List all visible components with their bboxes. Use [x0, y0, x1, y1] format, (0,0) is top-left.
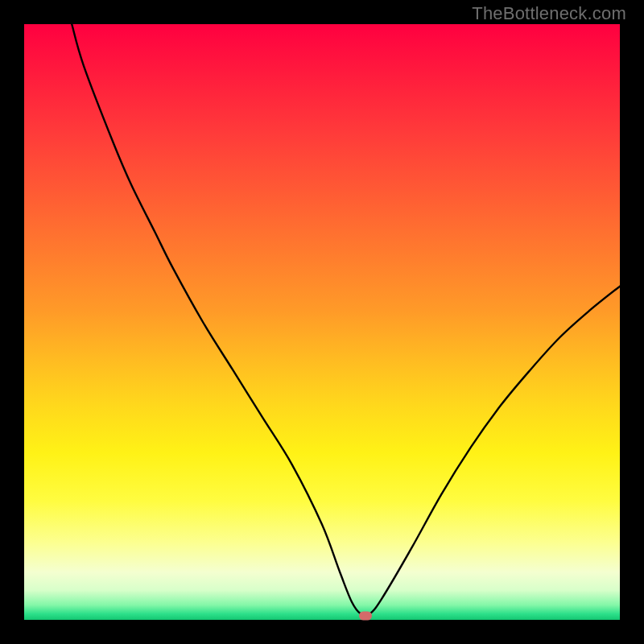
- minimum-marker: [359, 611, 372, 620]
- bottleneck-curve: [24, 24, 620, 620]
- watermark-text: TheBottleneck.com: [472, 3, 626, 24]
- chart-frame: TheBottleneck.com: [0, 0, 644, 644]
- plot-area: [24, 24, 620, 620]
